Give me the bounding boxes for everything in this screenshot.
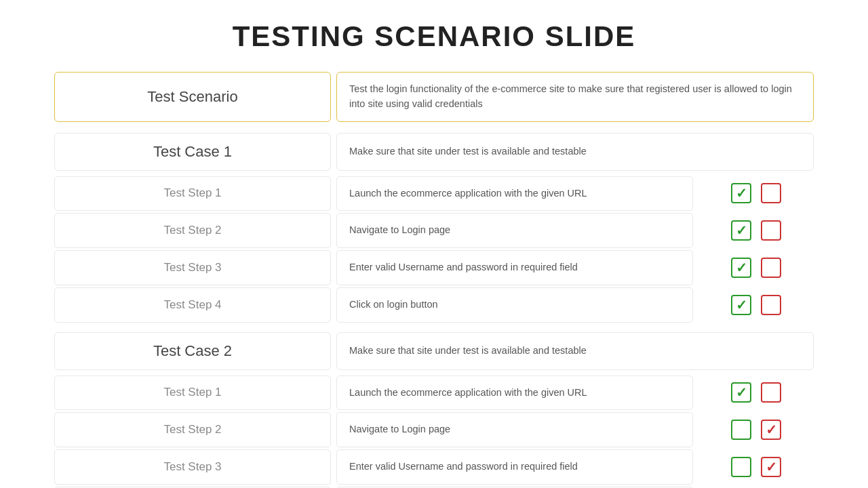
case-2-step-3-desc-cell: Enter valid Username and password in req… [336,449,693,485]
case-1-step-4-desc-cell: Click on login button [336,287,693,323]
scenario-label-cell: Test Scenario [54,72,331,122]
case-1-step-4-label-cell: Test Step 4 [54,287,331,323]
scenario-description: Test the login functionality of the e-co… [349,82,801,112]
case-2-step-3-label: Test Step 3 [163,460,221,474]
case-1-step-2-checkboxes: ✓ [698,213,814,248]
case-2-label: Test Case 2 [153,342,232,360]
case-2-step-1-row: Test Step 1Launch the ecommerce applicat… [54,375,814,411]
case-1-step-3-checkbox-right[interactable] [761,258,781,278]
case-2-step-2-label-cell: Test Step 2 [54,412,331,447]
case-1-step-2-label: Test Step 2 [163,224,221,237]
case-2-step-3-checkbox-left[interactable] [731,457,751,477]
case-1-step-4-checkbox-right[interactable] [761,295,781,315]
case-1-step-1-label-cell: Test Step 1 [54,176,331,211]
case-1-step-2-label-cell: Test Step 2 [54,213,331,248]
case-1-step-1-checkboxes: ✓ [698,176,814,211]
page: TESTING SCENARIO SLIDE Test Scenario Tes… [0,0,868,488]
case-2-section: Test Case 2Make sure that site under tes… [54,332,814,489]
case-2-step-2-desc-cell: Navigate to Login page [336,412,693,447]
case-1-header-row: Test Case 1Make sure that site under tes… [54,133,814,171]
cases-container: Test Case 1Make sure that site under tes… [54,133,814,489]
case-2-step-1-desc-cell: Launch the ecommerce application with th… [336,375,693,411]
case-1-step-2-checkbox-left[interactable]: ✓ [731,220,751,241]
case-1-step-2-description: Navigate to Login page [349,223,450,238]
case-1-label: Test Case 1 [153,143,232,161]
case-2-step-1-label: Test Step 1 [163,386,221,399]
case-2-step-1-description: Launch the ecommerce application with th… [349,386,587,401]
case-2-step-2-checkbox-left[interactable] [731,420,751,440]
case-1-step-3-label: Test Step 3 [163,261,221,274]
case-1-step-1-description: Launch the ecommerce application with th… [349,186,587,201]
case-2-step-1-checkboxes: ✓ [698,375,814,411]
case-1-step-2-checkbox-right[interactable] [761,220,781,241]
case-2-label-cell: Test Case 2 [54,332,331,370]
case-1-step-1-desc-cell: Launch the ecommerce application with th… [336,176,693,211]
case-1-step-4-checkbox-left[interactable]: ✓ [731,295,751,315]
case-2-step-3-description: Enter valid Username and password in req… [349,460,578,474]
case-1-section: Test Case 1Make sure that site under tes… [54,133,814,323]
case-1-step-3-checkboxes: ✓ [698,250,814,285]
case-2-step-1-checkbox-right[interactable] [761,382,781,403]
scenario-label: Test Scenario [147,88,237,106]
case-1-step-1-row: Test Step 1Launch the ecommerce applicat… [54,176,814,211]
case-2-step-2-checkboxes: ✓ [698,412,814,447]
case-2-description: Make sure that site under test is availa… [349,344,587,359]
case-1-step-2-desc-cell: Navigate to Login page [336,213,693,248]
case-2-step-2-description: Navigate to Login page [349,422,450,437]
case-1-step-4-checkboxes: ✓ [698,287,814,323]
case-1-step-3-desc-cell: Enter valid Username and password in req… [336,250,693,285]
case-2-step-3-checkbox-right[interactable]: ✓ [761,457,781,477]
case-1-step-1-label: Test Step 1 [163,186,221,200]
case-2-step-3-row: Test Step 3Enter valid Username and pass… [54,449,814,485]
case-2-step-2-checkbox-right[interactable]: ✓ [761,420,781,440]
case-1-step-4-row: Test Step 4Click on login button✓ [54,287,814,323]
case-2-desc-cell: Make sure that site under test is availa… [336,332,814,370]
case-1-step-3-description: Enter valid Username and password in req… [349,260,578,275]
case-2-step-2-row: Test Step 2Navigate to Login page✓ [54,412,814,447]
case-1-description: Make sure that site under test is availa… [349,144,587,159]
case-2-step-2-label: Test Step 2 [163,423,221,436]
case-1-step-4-description: Click on login button [349,298,438,312]
case-1-step-1-checkbox-left[interactable]: ✓ [731,183,751,203]
case-2-step-3-checkboxes: ✓ [698,449,814,485]
case-2-step-3-label-cell: Test Step 3 [54,449,331,485]
case-2-header-row: Test Case 2Make sure that site under tes… [54,332,814,370]
case-1-step-4-label: Test Step 4 [163,298,221,312]
case-1-desc-cell: Make sure that site under test is availa… [336,133,814,171]
case-2-step-1-checkbox-left[interactable]: ✓ [731,382,751,403]
case-1-step-3-row: Test Step 3Enter valid Username and pass… [54,250,814,285]
scenario-desc-cell: Test the login functionality of the e-co… [336,72,814,122]
case-1-step-2-row: Test Step 2Navigate to Login page✓ [54,213,814,248]
case-1-step-3-checkbox-left[interactable]: ✓ [731,258,751,278]
case-2-step-1-label-cell: Test Step 1 [54,375,331,411]
page-title: TESTING SCENARIO SLIDE [54,20,814,53]
case-1-step-3-label-cell: Test Step 3 [54,250,331,285]
case-1-step-1-checkbox-right[interactable] [761,183,781,203]
case-1-label-cell: Test Case 1 [54,133,331,171]
scenario-row: Test Scenario Test the login functionali… [54,72,814,122]
